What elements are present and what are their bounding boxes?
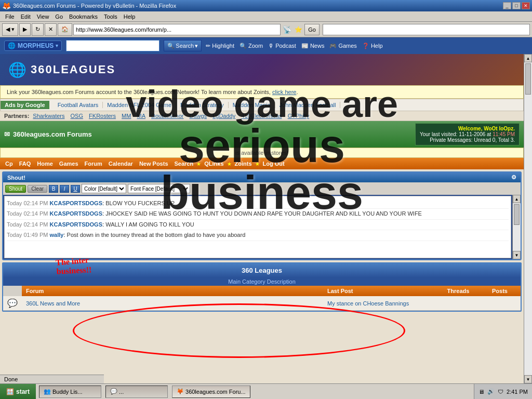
forum-header: ✉ 360leagues.com Forums Welcome, WoOt lo… bbox=[0, 121, 524, 148]
scroll-down-button[interactable]: ▼ bbox=[513, 251, 521, 259]
menu-help[interactable]: Help bbox=[121, 12, 139, 21]
morpheus-search-input[interactable] bbox=[66, 40, 159, 51]
menu-view[interactable]: View bbox=[34, 12, 52, 21]
home-button[interactable]: 🏠 bbox=[58, 23, 72, 36]
go-button[interactable]: Go bbox=[304, 24, 320, 35]
shout-user-1[interactable]: KCASPORTSDOGS bbox=[50, 200, 102, 206]
partner-sharkwaters[interactable]: Sharkwaters bbox=[33, 113, 64, 119]
shout-message-4: Today 01:49 PM wally: Post down in the t… bbox=[7, 230, 509, 241]
shout-message-1: Today 02:14 PM KCASPORTSDOGS: BLOW YOU F… bbox=[7, 198, 509, 209]
forward-button[interactable]: ▶ bbox=[19, 23, 31, 36]
nav-home[interactable]: Home bbox=[34, 159, 56, 168]
zoints-link[interactable]: click here bbox=[272, 89, 296, 95]
news-tool[interactable]: 📰 News bbox=[301, 43, 325, 49]
ad-link-2[interactable]: Madden NFL 2004 Game bbox=[103, 102, 176, 108]
shout-user-3[interactable]: KCASPORTSDOGS bbox=[50, 221, 102, 228]
morpheus-search-button[interactable]: 🔍 Search ▾ bbox=[164, 40, 202, 51]
nav-zoints[interactable]: Zoints bbox=[232, 159, 255, 168]
ad-link-4[interactable]: Madden Mania bbox=[229, 102, 275, 108]
podcast-tool[interactable]: 🎙 Podcast bbox=[268, 43, 296, 49]
partner-gtphilly[interactable]: GTPhilly bbox=[288, 113, 310, 119]
shout-user-4[interactable]: wally bbox=[50, 232, 64, 238]
page-scroll-thumb[interactable] bbox=[525, 63, 531, 95]
color-select[interactable]: Color [Default] bbox=[82, 184, 126, 193]
shoutbox-toolbar: Shout Clear B I U Color [Default] Font F… bbox=[3, 182, 521, 195]
bookmark-icon[interactable]: ⭐ bbox=[295, 26, 302, 33]
partner-ma[interactable]: MA bbox=[137, 113, 146, 119]
notice-bar: Link your 360leagues.com Forums account … bbox=[0, 85, 524, 99]
stop-button[interactable]: ✕ bbox=[45, 23, 57, 36]
menu-file[interactable]: File bbox=[2, 12, 18, 21]
nav-qlinks[interactable]: QLinks bbox=[201, 159, 227, 168]
taskbar-item-3[interactable]: 🦊 360leagues.com Foru... bbox=[172, 385, 250, 398]
site-logo: 🌐 360LEAGUES bbox=[8, 61, 115, 78]
morpheus-logo[interactable]: 🌐 MORPHEUS ▾ bbox=[4, 41, 62, 51]
bold-button[interactable]: B bbox=[49, 185, 58, 193]
window-controls[interactable]: _ □ ✕ bbox=[503, 2, 530, 9]
start-button[interactable]: 🪟 start bbox=[0, 384, 36, 400]
partner-lgdaddy[interactable]: LgDaddy bbox=[212, 113, 235, 119]
menu-tools[interactable]: Tools bbox=[101, 12, 121, 21]
volume-icon: 🔊 bbox=[487, 388, 495, 395]
italic-button[interactable]: I bbox=[60, 185, 69, 193]
partner-doubleminor[interactable]: DoubleMinor bbox=[151, 113, 183, 119]
shoutbox-settings-icon[interactable]: ⚙ bbox=[511, 174, 516, 181]
shout-message-3: Today 02:14 PM KCASPORTSDOGS: WALLY I AM… bbox=[7, 220, 509, 230]
font-select[interactable]: Font Face [Default] bbox=[128, 184, 190, 193]
partner-mm[interactable]: MM bbox=[122, 113, 131, 119]
page-scrollbar[interactable]: ▲ ▼ bbox=[524, 54, 532, 383]
forum-last-post-1[interactable]: My stance on CHoese Bannings bbox=[323, 296, 437, 311]
menu-bookmarks[interactable]: Bookmarks bbox=[66, 12, 101, 21]
page-scroll-up[interactable]: ▲ bbox=[524, 54, 532, 62]
menu-go[interactable]: Go bbox=[52, 12, 66, 21]
nav-calendar[interactable]: Calendar bbox=[105, 159, 136, 168]
shout-text-1: BLOW YOU FUCKERS UP bbox=[105, 200, 175, 206]
taskbar-item-1[interactable]: 👥 Buddy Lis... bbox=[39, 385, 101, 398]
address-input[interactable] bbox=[73, 24, 281, 35]
underline-button[interactable]: U bbox=[71, 185, 80, 193]
maximize-button[interactable]: □ bbox=[512, 2, 521, 9]
close-button[interactable]: ✕ bbox=[522, 2, 530, 9]
zoom-tool[interactable]: 🔍 Zoom bbox=[240, 43, 263, 49]
nav-forum[interactable]: Forum bbox=[82, 159, 105, 168]
nav-logout[interactable]: Log Out bbox=[260, 159, 288, 168]
partner-dawgs[interactable]: Dawgs bbox=[190, 113, 207, 119]
partner-410electronicas[interactable]: 410Electronicas bbox=[241, 113, 282, 119]
back-button[interactable]: ◀ ▾ bbox=[2, 23, 18, 36]
morpheus-toolbar: 🌐 MORPHEUS ▾ 🔍 Search ▾ ✏ Highlight 🔍 Zo… bbox=[0, 37, 532, 54]
taskbar-item-2[interactable]: 💬 ... bbox=[105, 385, 168, 398]
nav-search[interactable]: Search bbox=[171, 159, 197, 168]
shout-user-2[interactable]: KCASPORTSDOGS bbox=[50, 210, 102, 217]
minimize-button[interactable]: _ bbox=[503, 2, 511, 9]
ad-link-3[interactable]: Madden Strategy bbox=[176, 102, 229, 108]
clear-button[interactable]: Clear bbox=[28, 185, 47, 193]
col-last-post-header: Last Post bbox=[323, 286, 437, 296]
taskbar-items: 👥 Buddy Lis... 💬 ... 🦊 360leagues.com Fo… bbox=[36, 385, 474, 398]
nav-faq[interactable]: FAQ bbox=[16, 159, 34, 168]
scroll-up-button[interactable]: ▲ bbox=[513, 195, 521, 203]
shout-button[interactable]: Shout bbox=[5, 185, 26, 193]
rss-icon[interactable]: 📡 bbox=[283, 25, 291, 34]
games-tool[interactable]: 🎮 Games bbox=[329, 43, 356, 49]
ad-link-5[interactable]: John Madden Football bbox=[275, 102, 341, 108]
shout-text-2: JHOCKEY SAID HE WAS GOING TO HUNT YOU DO… bbox=[105, 210, 422, 217]
morpheus-dropdown-icon: ▾ bbox=[56, 43, 58, 48]
shoutbox-messages[interactable]: Today 02:14 PM KCASPORTSDOGS: BLOW YOU F… bbox=[4, 196, 511, 258]
help-tool[interactable]: ❓ Help bbox=[362, 43, 383, 49]
highlight-tool[interactable]: ✏ Highlight bbox=[206, 43, 234, 49]
partner-osg[interactable]: OSG bbox=[71, 113, 83, 119]
shoutbox-scrollbar[interactable]: ▲ ▼ bbox=[512, 195, 521, 259]
nav-new-posts[interactable]: New Posts bbox=[136, 159, 171, 168]
forum-name-1[interactable]: 360L News and More bbox=[22, 296, 323, 311]
ad-link-1[interactable]: Football Avatars bbox=[54, 102, 103, 108]
page-scroll-down[interactable]: ▼ bbox=[524, 375, 532, 383]
nav-cp[interactable]: Cp bbox=[2, 159, 16, 168]
nav-games[interactable]: Games bbox=[56, 159, 82, 168]
search-input[interactable] bbox=[323, 24, 530, 35]
partner-fkrosters[interactable]: FKRosters bbox=[89, 113, 116, 119]
reload-button[interactable]: ↻ bbox=[32, 23, 44, 36]
windows-icon: 🪟 bbox=[6, 388, 14, 395]
menu-edit[interactable]: Edit bbox=[18, 12, 34, 21]
site-header: 🌐 360LEAGUES bbox=[0, 54, 524, 85]
scroll-thumb[interactable] bbox=[514, 204, 520, 225]
